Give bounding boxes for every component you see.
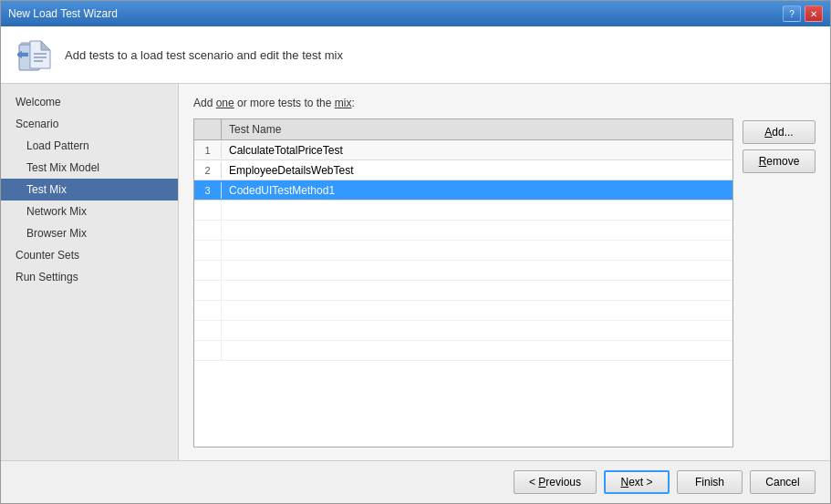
footer: < Previous Next > Finish Cancel (1, 460, 830, 503)
empty-row (194, 301, 732, 321)
empty-row (194, 201, 732, 221)
col-name-header: Test Name (222, 119, 732, 139)
table-row[interactable]: 3CodedUITestMethod1 (194, 180, 732, 201)
wizard-icon (16, 36, 54, 74)
table-row[interactable]: 2EmployeeDetailsWebTest (194, 160, 732, 180)
close-button[interactable]: ✕ (805, 5, 823, 22)
col-num-header (194, 119, 222, 139)
test-table: Test Name 1CalculateTotalPriceTest2Emplo… (193, 118, 733, 447)
content-panel: Add one or more tests to the mix: Test N… (179, 84, 830, 460)
side-buttons: Add... Remove (743, 118, 815, 447)
sidebar-item-browser-mix[interactable]: Browser Mix (1, 222, 178, 244)
main-area: WelcomeScenarioLoad PatternTest Mix Mode… (1, 84, 830, 460)
sidebar-item-counter-sets[interactable]: Counter Sets (1, 244, 178, 266)
window-title: New Load Test Wizard (8, 7, 118, 20)
empty-row (194, 341, 732, 361)
sidebar-item-network-mix[interactable]: Network Mix (1, 201, 178, 222)
sidebar-item-run-settings[interactable]: Run Settings (1, 266, 178, 288)
main-window: New Load Test Wizard ? ✕ (0, 0, 831, 504)
table-area: Test Name 1CalculateTotalPriceTest2Emplo… (193, 118, 815, 447)
empty-row (194, 261, 732, 281)
window-content: Add tests to a load test scenario and ed… (1, 26, 830, 503)
next-button[interactable]: Next > (604, 470, 670, 494)
empty-row (194, 321, 732, 341)
sidebar-item-welcome[interactable]: Welcome (1, 91, 178, 113)
empty-row (194, 221, 732, 241)
content-instruction: Add one or more tests to the mix: (193, 97, 815, 109)
sidebar-item-test-mix-model[interactable]: Test Mix Model (1, 157, 178, 179)
table-header: Test Name (194, 119, 732, 140)
add-button[interactable]: Add... (743, 120, 815, 144)
title-bar-controls: ? ✕ (783, 5, 823, 22)
cancel-button[interactable]: Cancel (750, 470, 815, 494)
instruction-one: one (216, 97, 234, 109)
title-bar: New Load Test Wizard ? ✕ (1, 1, 830, 26)
remove-button[interactable]: Remove (743, 149, 815, 173)
finish-button[interactable]: Finish (677, 470, 743, 494)
sidebar: WelcomeScenarioLoad PatternTest Mix Mode… (1, 84, 179, 460)
instruction-mix: mix (335, 97, 352, 109)
sidebar-item-scenario[interactable]: Scenario (1, 113, 178, 135)
previous-button[interactable]: < Previous (514, 470, 597, 494)
title-bar-left: New Load Test Wizard (8, 7, 118, 20)
table-row[interactable]: 1CalculateTotalPriceTest (194, 140, 732, 160)
header-panel: Add tests to a load test scenario and ed… (1, 26, 830, 84)
sidebar-item-load-pattern[interactable]: Load Pattern (1, 135, 178, 157)
help-button[interactable]: ? (783, 5, 801, 22)
empty-row (194, 281, 732, 301)
header-title: Add tests to a load test scenario and ed… (65, 48, 343, 62)
empty-row (194, 241, 732, 261)
sidebar-item-test-mix[interactable]: Test Mix (1, 179, 178, 201)
